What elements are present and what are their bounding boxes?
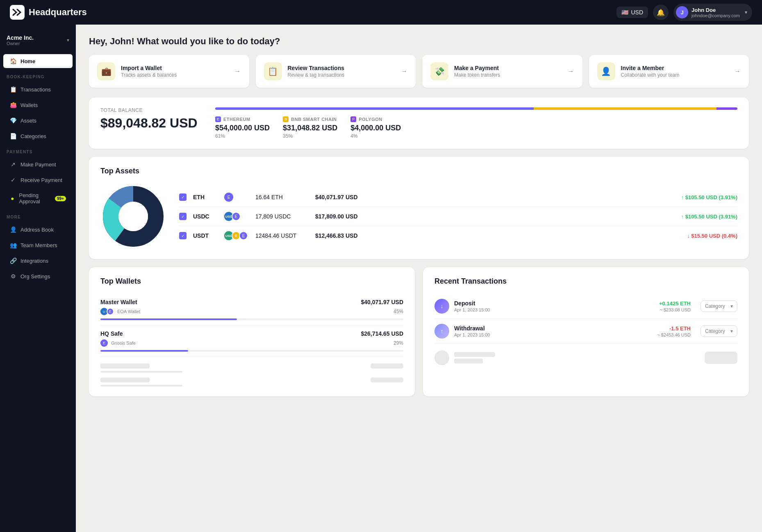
section-payments: PAYMENTS (0, 145, 76, 156)
user-menu[interactable]: J John Doe johndoe@company.com ▾ (673, 4, 752, 21)
user-info: John Doe johndoe@company.com (691, 7, 740, 18)
pending-icon: ● (10, 195, 15, 202)
sidebar-item-org-settings[interactable]: ⚙ Org Settings (3, 269, 73, 283)
chain-item-bnb: B BNB SMART CHAIN $31,048.82 USD 35% (283, 116, 337, 139)
flag-emoji: 🇺🇸 (621, 9, 628, 16)
logo-icon (10, 5, 25, 20)
wallet-bar-fill (100, 350, 188, 352)
asset-check[interactable]: ✓ (179, 213, 187, 220)
asset-name: USDT (193, 232, 218, 239)
wallet-logos: U E (100, 308, 114, 315)
chain-percent: 35% (283, 133, 337, 139)
balance-amount: $89,048.82 USD (100, 116, 199, 131)
action-card-title: Invite a Member (621, 65, 729, 71)
eth-logo: E (224, 193, 233, 202)
category-dropdown[interactable]: Category ▾ (701, 325, 737, 337)
user-email: johndoe@company.com (691, 13, 740, 18)
section-bookkeeping: BOOK-KEEPING (0, 70, 76, 81)
sidebar-item-label: Assets (20, 118, 36, 124)
tx-title: Withdrawal (454, 325, 652, 332)
pending-badge: 99+ (55, 196, 66, 201)
asset-logos: E (224, 193, 249, 202)
check-icon: ✓ (10, 177, 16, 183)
top-assets-title: Top Assets (100, 167, 737, 175)
chain-name: BNB SMART CHAIN (291, 117, 337, 122)
chain-bars (215, 107, 737, 110)
chain-name-row: B BNB SMART CHAIN (283, 116, 337, 122)
tx-date: Apr 1, 2023 15:00 (454, 307, 654, 312)
tx-title: Deposit (454, 300, 654, 307)
sidebar-item-label: Receive Payment (20, 177, 62, 183)
sidebar-item-label: Categories (20, 133, 46, 139)
wallet-usd: $40,071.97 USD (361, 299, 403, 305)
action-card-text: Invite a Member Collaborate with your te… (621, 65, 729, 78)
chain-bar-eth (215, 107, 534, 110)
sidebar-item-integrations[interactable]: 🔗 Integrations (3, 254, 73, 268)
action-card-make-payment[interactable]: 💸 Make a Payment Make token transfers → (422, 55, 582, 88)
sidebar-item-label: Make Payment (20, 161, 56, 168)
chain-bar-bnb (534, 107, 717, 110)
balance-left: TOTAL BALANCE $89,048.82 USD (100, 107, 199, 131)
chevron-down-icon: ▾ (730, 328, 733, 334)
sidebar-item-assets[interactable]: 💎 Assets (3, 114, 73, 127)
org-selector[interactable]: Acme Inc. Owner ▾ (0, 31, 76, 49)
sidebar-item-label: Home (20, 58, 35, 64)
chain-percent: 61% (215, 133, 270, 139)
asset-change: ↓ $15.50 USD (0.4%) (687, 233, 737, 239)
wallet-top-row: HQ Safe $26,714.65 USD (100, 330, 403, 337)
sidebar-item-home[interactable]: 🏠 Home (3, 54, 73, 68)
sidebar-item-transactions[interactable]: 📋 Transactions (3, 82, 73, 96)
sidebar-item-team-members[interactable]: 👥 Team Members (3, 238, 73, 252)
sidebar-item-categories[interactable]: 📄 Categories (3, 129, 73, 143)
balance-top: TOTAL BALANCE $89,048.82 USD E ETHEREUM (100, 107, 737, 139)
sidebar-item-make-payment[interactable]: ↗ Make Payment (3, 157, 73, 171)
action-card-subtitle: Review & tag transactions (288, 72, 396, 78)
sidebar-item-pending-approval[interactable]: ● Pending Approval 99+ (3, 189, 73, 208)
chain-items: E ETHEREUM $54,000.00 USD 61% B BNB SMAR… (215, 116, 737, 139)
sidebar-item-label: Team Members (20, 242, 57, 248)
sidebar-item-receive-payment[interactable]: ✓ Recent Transactions Receive Payment (3, 173, 73, 187)
section-more: MORE (0, 210, 76, 221)
tx-usd: ~ $2453.46 USD (657, 332, 691, 337)
asset-amount: 12484.46 USDT (255, 232, 309, 239)
sidebar-item-wallets[interactable]: 👛 Wallets (3, 98, 73, 112)
currency-selector[interactable]: 🇺🇸 USD (616, 7, 648, 18)
avatar: J (676, 6, 688, 18)
asset-check[interactable]: ✓ (179, 193, 187, 201)
sidebar-item-label: Transactions (20, 86, 51, 93)
action-card-import-wallet[interactable]: 💼 Import a Wallet Tracks assets & balanc… (89, 55, 249, 88)
sidebar-item-label: Pending Approval (19, 192, 51, 205)
team-icon: 👥 (10, 242, 16, 248)
arrow-up-icon: ↗ (10, 161, 16, 168)
wallet-pct: 45% (394, 309, 403, 314)
skeleton-row (434, 350, 737, 365)
sidebar-item-address-book[interactable]: 👤 Address Book (3, 223, 73, 236)
import-wallet-icon: 💼 (97, 62, 115, 80)
notifications-button[interactable]: 🔔 (653, 5, 669, 20)
arrow-icon: → (401, 68, 407, 75)
action-card-text: Make a Payment Make token transfers (454, 65, 562, 78)
wallet-logos: E (100, 339, 108, 347)
wallet-meta-row: U E EOA Wallet 45% (100, 308, 403, 315)
list-item: ↑ Withdrawal Apr 1, 2023 15:00 -1.5 ETH … (434, 319, 737, 344)
navbar: Headquarters 🇺🇸 USD 🔔 J John Doe johndoe… (0, 0, 762, 25)
action-card-review-transactions[interactable]: 📋 Review Transactions Review & tag trans… (256, 55, 416, 88)
recent-transactions-card: Recent Transactions ↓ Deposit Apr 1, 202… (423, 267, 749, 396)
asset-logos: USD B E (224, 231, 249, 240)
category-dropdown[interactable]: Category ▾ (701, 300, 737, 312)
main-content: Hey, John! What would you like to do tod… (76, 25, 762, 532)
categories-icon: 📄 (10, 133, 16, 139)
skeleton (454, 352, 700, 364)
asset-usd: $17,809.00 USD (315, 213, 381, 220)
action-card-invite-member[interactable]: 👤 Invite a Member Collaborate with your … (589, 55, 749, 88)
chain-name: ETHEREUM (223, 117, 250, 122)
tx-date: Apr 1, 2023 15:00 (454, 332, 652, 337)
table-row: ✓ ETH E 16.64 ETH $40,071.97 USD ↑ $105.… (179, 188, 737, 207)
wallet-right: $26,714.65 USD (361, 330, 403, 337)
asset-check[interactable]: ✓ (179, 232, 187, 239)
top-assets-card: Top Assets ✓ (89, 157, 749, 259)
skeleton-row (100, 364, 403, 386)
wallet-progress-bar (100, 318, 403, 320)
navbar-right: 🇺🇸 USD 🔔 J John Doe johndoe@company.com … (616, 4, 752, 21)
app-logo: Headquarters (10, 5, 87, 20)
